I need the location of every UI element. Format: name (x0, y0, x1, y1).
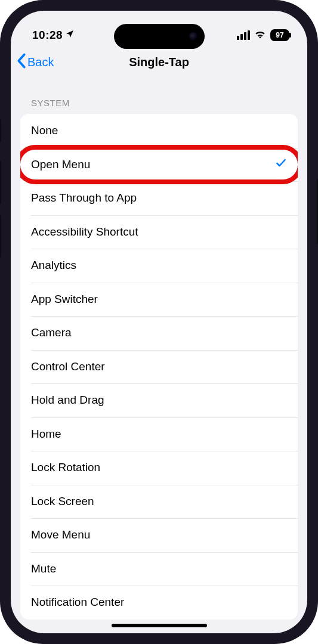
list-item-label: Move Menu (31, 528, 90, 541)
status-right: 97 (237, 29, 289, 41)
list-item[interactable]: Home (20, 417, 298, 451)
list-item-label: Lock Screen (31, 495, 94, 508)
side-button-silent (0, 119, 1, 142)
list-item-label: Hold and Drag (31, 394, 104, 407)
list-item-label: Analytics (31, 259, 76, 272)
screen: 10:28 97 (11, 11, 307, 633)
list-item[interactable]: Lock Rotation (20, 451, 298, 485)
back-label: Back (27, 55, 54, 69)
chevron-left-icon (16, 52, 27, 72)
list-item[interactable]: Pass Through to App (20, 181, 298, 215)
page-title: Single-Tap (129, 55, 189, 69)
phone-frame: 10:28 97 (0, 0, 318, 644)
list-item[interactable]: App Switcher (20, 283, 298, 317)
list-item[interactable]: Analytics (20, 249, 298, 283)
section-header-system: SYSTEM (20, 78, 298, 114)
list-item[interactable]: Camera (20, 316, 298, 350)
status-left: 10:28 (32, 29, 75, 42)
nav-header: Back Single-Tap (11, 47, 307, 78)
option-list: NoneOpen MenuPass Through to AppAccessib… (20, 114, 298, 620)
list-item[interactable]: None (20, 114, 298, 148)
list-item-label: Accessibility Shortcut (31, 225, 138, 239)
list-item[interactable]: Notification Center (20, 586, 298, 620)
status-bar: 10:28 97 (11, 11, 307, 47)
list-item[interactable]: Move Menu (20, 518, 298, 552)
list-item-label: Notification Center (31, 596, 124, 609)
list-item-label: Control Center (31, 360, 105, 373)
list-item[interactable]: Lock Screen (20, 485, 298, 519)
cellular-signal-icon (237, 30, 250, 40)
list-item-label: App Switcher (31, 293, 98, 306)
list-item-label: Camera (31, 326, 72, 339)
list-item[interactable]: Control Center (20, 350, 298, 384)
home-indicator[interactable] (112, 624, 207, 627)
battery-icon: 97 (270, 29, 289, 41)
list-item-label: Home (31, 428, 61, 441)
status-time: 10:28 (32, 29, 63, 42)
side-button-volume-down (0, 215, 1, 258)
list-item-label: None (31, 124, 58, 137)
wifi-icon (254, 29, 266, 41)
list-item[interactable]: Open Menu (20, 148, 298, 182)
list-item-label: Pass Through to App (31, 191, 137, 205)
location-arrow-icon (65, 29, 75, 42)
content-area: SYSTEM NoneOpen MenuPass Through to AppA… (11, 78, 307, 633)
side-button-volume-up (0, 161, 1, 204)
back-button[interactable]: Back (16, 47, 54, 78)
list-item[interactable]: Mute (20, 552, 298, 586)
list-item-label: Open Menu (31, 158, 90, 171)
list-item-label: Lock Rotation (31, 461, 100, 474)
list-item-label: Mute (31, 562, 56, 575)
list-item[interactable]: Accessibility Shortcut (20, 215, 298, 249)
checkmark-icon (275, 157, 287, 172)
battery-level: 97 (276, 31, 283, 39)
list-item[interactable]: Hold and Drag (20, 383, 298, 417)
